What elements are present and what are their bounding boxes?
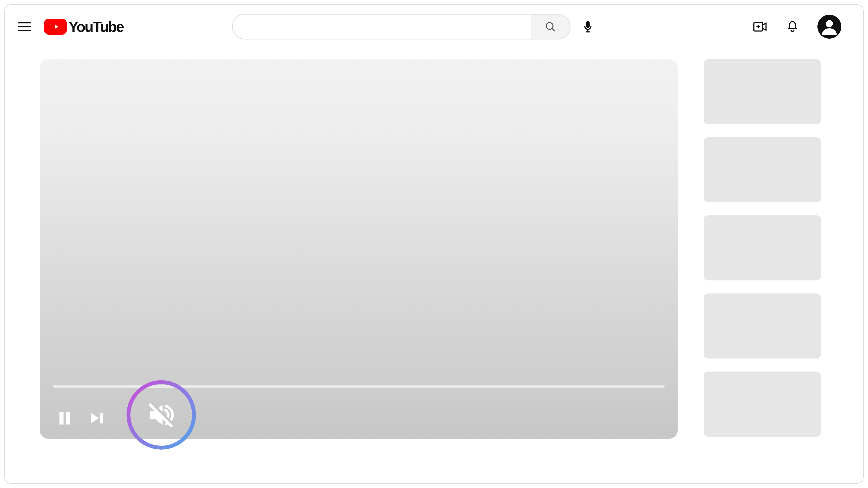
pause-icon [58,411,72,426]
account-avatar[interactable] [817,15,841,39]
create-button[interactable] [752,19,768,34]
header: YouTube [5,5,863,48]
logo[interactable]: YouTube [44,18,123,35]
logo-icon [44,19,67,35]
logo-text: YouTube [69,18,123,35]
bell-icon [786,20,798,33]
search [232,14,596,39]
header-actions [752,15,850,39]
create-video-icon [753,22,767,32]
svg-rect-10 [66,412,70,425]
svg-line-1 [552,29,555,31]
search-input[interactable] [232,22,531,32]
video-player[interactable] [40,59,678,439]
recommendation-thumbnail[interactable] [704,371,821,436]
recommendation-thumbnail[interactable] [704,293,821,359]
svg-rect-9 [59,412,64,425]
microphone-icon [583,20,593,33]
next-button[interactable] [90,411,105,426]
svg-point-0 [546,23,553,30]
svg-point-8 [826,20,833,27]
recommendations-sidebar [704,59,821,470]
recommendation-thumbnail[interactable] [704,59,821,124]
volume-muted-icon [146,400,177,430]
search-icon [545,21,556,33]
voice-search-button[interactable] [579,18,596,35]
svg-rect-2 [586,21,590,28]
recommendation-thumbnail[interactable] [704,215,821,281]
next-icon [90,412,105,425]
app-window: YouTube [4,4,864,484]
search-form [232,14,570,39]
mute-button[interactable] [126,380,196,450]
menu-button[interactable] [18,20,31,33]
search-button[interactable] [531,14,570,39]
avatar-icon [819,17,839,36]
recommendation-thumbnail[interactable] [704,137,821,202]
notifications-button[interactable] [785,19,800,34]
player-controls [57,411,105,426]
pause-button[interactable] [57,411,72,426]
content [5,48,863,483]
svg-rect-11 [100,413,103,423]
